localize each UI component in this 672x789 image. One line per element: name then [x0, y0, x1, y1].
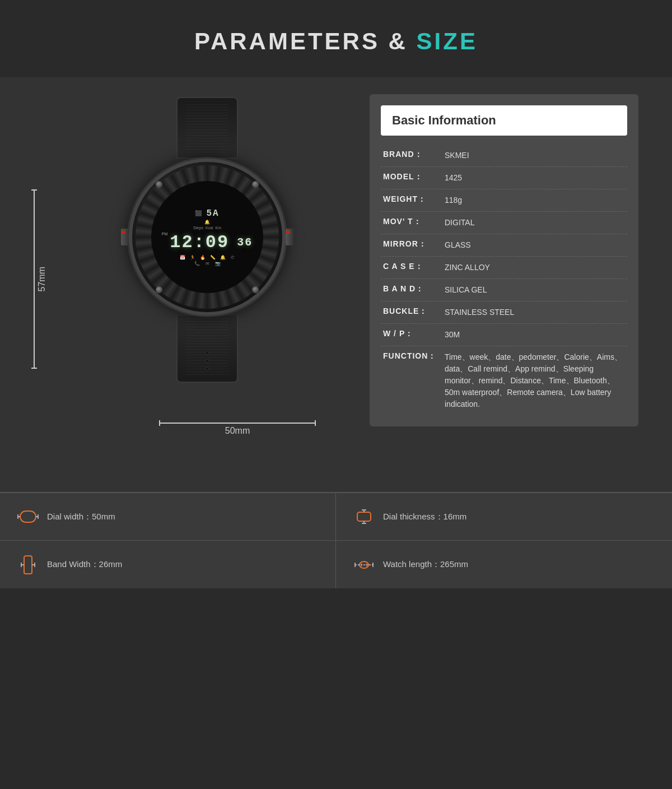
- strap-holes: [206, 351, 209, 370]
- watch-case: ⬛ 5A 🔔 Steps Kcal Km: [129, 159, 286, 315]
- calendar-icon: 📅: [180, 255, 185, 260]
- spec-key-case: C A S E：: [383, 262, 445, 272]
- run-icon: 🏃: [190, 255, 195, 260]
- spec-band: B A N D： SILICA GEL: [381, 279, 627, 301]
- face-top-row: ⬛ 5A: [195, 208, 219, 219]
- band-width-icon: [17, 554, 39, 576]
- spec-key-buckle: BUCKLE：: [383, 307, 445, 317]
- dimension-width: 50mm: [159, 423, 316, 436]
- phone-icon: 📞: [194, 261, 200, 266]
- dimension-height-label: 57mm: [37, 267, 47, 291]
- spec-waterproof: W / P： 30M: [381, 324, 627, 346]
- strap-hole-3: [206, 367, 209, 370]
- watch-length-label: Watch length：265mm: [383, 559, 468, 570]
- spec-model: MODEL： 1425: [381, 167, 627, 189]
- bluetooth-icon: ⬛: [195, 210, 202, 216]
- dial-thickness-label: Dial thickness：16mm: [383, 512, 466, 522]
- spec-function: FUNCTION： Time、week、date、pedometer、Calor…: [381, 346, 627, 415]
- watch-length-icon: [353, 554, 375, 576]
- svg-rect-5: [357, 512, 371, 521]
- title-white: PARAMETERS &: [194, 28, 417, 54]
- dimension-width-label: 50mm: [225, 426, 250, 436]
- alarm-icon: 🔔: [220, 255, 226, 260]
- pm-label: PM: [162, 232, 168, 236]
- watch-face: ⬛ 5A 🔔 Steps Kcal Km: [151, 181, 263, 293]
- spec-buckle: BUCKLE： STAINLESS STEEL: [381, 301, 627, 324]
- title-teal: SIZE: [417, 28, 478, 54]
- fire-icon: 🔥: [200, 255, 206, 260]
- dial-thickness-icon: [353, 505, 375, 528]
- page-header: PARAMETERS & SIZE: [0, 0, 672, 77]
- face-5a-display: 5A: [206, 208, 219, 219]
- spec-val-buckle: STAINLESS STEEL: [445, 307, 625, 318]
- spec-movement: MOV' T： DIGITAL: [381, 212, 627, 234]
- bottom-spec-watch-length: Watch length：265mm: [336, 541, 672, 588]
- svg-rect-10: [24, 556, 32, 574]
- screw-bottom-right: [252, 286, 259, 293]
- bottom-spec-band-width: Band Width：26mm: [0, 541, 336, 588]
- crown-red-left: [121, 231, 125, 234]
- spec-key-band: B A N D：: [383, 284, 445, 294]
- watch-section: 57mm ⬛: [34, 89, 347, 470]
- spec-brand: BRAND： SKMEI: [381, 145, 627, 167]
- screw-bottom-left: [156, 286, 162, 293]
- bottom-bar: Dial width：50mm Dial thickness：16mm: [0, 492, 672, 588]
- spec-key-movement: MOV' T：: [383, 217, 445, 227]
- face-icons-row: 🔔: [204, 220, 210, 225]
- basic-info-header: Basic Information: [381, 105, 627, 136]
- strap-bottom: [176, 315, 238, 383]
- basic-info-title: Basic Information: [392, 113, 496, 127]
- strap-top: [176, 97, 238, 159]
- screw-top-left: [156, 181, 162, 188]
- camera-icon: 📷: [215, 261, 221, 266]
- face-bottom-icons-1: 📅 🏃 🔥 📏 🔔 ⏱: [180, 255, 235, 260]
- main-content: 57mm ⬛: [0, 77, 672, 492]
- spec-val-brand: SKMEI: [445, 150, 625, 161]
- spec-key-weight: WEIGHT：: [383, 194, 445, 205]
- dimension-height: 57mm: [34, 189, 47, 369]
- spec-val-waterproof: 30M: [445, 329, 625, 341]
- crown-left: [121, 229, 129, 245]
- spec-val-function: Time、week、date、pedometer、Calorie、Aims、da…: [445, 351, 625, 410]
- dimension-line-horizontal: [159, 423, 316, 424]
- bell-icon: 🔔: [204, 220, 210, 225]
- spec-case: C A S E： ZINC ALLOY: [381, 257, 627, 279]
- spec-key-function: FUNCTION：: [383, 351, 445, 361]
- crown-right: [286, 229, 293, 245]
- svg-rect-0: [20, 511, 36, 522]
- spec-val-case: ZINC ALLOY: [445, 262, 625, 273]
- steps-label: Steps: [193, 226, 203, 230]
- watch-body: ⬛ 5A 🔔 Steps Kcal Km: [106, 97, 308, 422]
- spec-key-mirror: MIRROR：: [383, 239, 445, 249]
- spec-key-model: MODEL：: [383, 172, 445, 182]
- crown-red-right: [286, 231, 290, 234]
- km-label: Km: [216, 226, 222, 230]
- spec-val-weight: 118g: [445, 194, 625, 206]
- spec-val-band: SILICA GEL: [445, 284, 625, 296]
- spec-key-brand: BRAND：: [383, 150, 445, 160]
- face-bottom-icons-2: 📞 ✉ 📷: [194, 261, 221, 266]
- spec-val-mirror: GLASS: [445, 239, 625, 251]
- meter-icon: 📏: [210, 255, 216, 260]
- mail-icon: ✉: [206, 261, 209, 266]
- spec-mirror: MIRROR： GLASS: [381, 234, 627, 257]
- watch-image: ⬛ 5A 🔔 Steps Kcal Km: [67, 94, 347, 425]
- dial-width-label: Dial width：50mm: [47, 512, 115, 522]
- bezel-ring: ⬛ 5A 🔔 Steps Kcal Km: [136, 165, 279, 309]
- page-title: PARAMETERS & SIZE: [0, 28, 672, 55]
- strap-hole-2: [206, 359, 209, 363]
- spec-weight: WEIGHT： 118g: [381, 189, 627, 212]
- bottom-spec-dial-thickness: Dial thickness：16mm: [336, 493, 672, 541]
- dimension-line-vertical: [34, 189, 35, 369]
- spec-val-model: 1425: [445, 172, 625, 184]
- strap-hole-1: [206, 351, 209, 355]
- face-time-row: PM 12:09 36: [162, 232, 253, 253]
- kcal-label: Kcal: [206, 226, 213, 230]
- screw-top-right: [252, 181, 259, 188]
- time-display: 12:09 36: [170, 232, 253, 253]
- clock-icon: ⏱: [230, 255, 235, 260]
- bottom-spec-dial-width: Dial width：50mm: [0, 493, 336, 541]
- face-labels-row: Steps Kcal Km: [193, 226, 221, 230]
- spec-val-movement: DIGITAL: [445, 217, 625, 229]
- dial-width-icon: [17, 505, 39, 528]
